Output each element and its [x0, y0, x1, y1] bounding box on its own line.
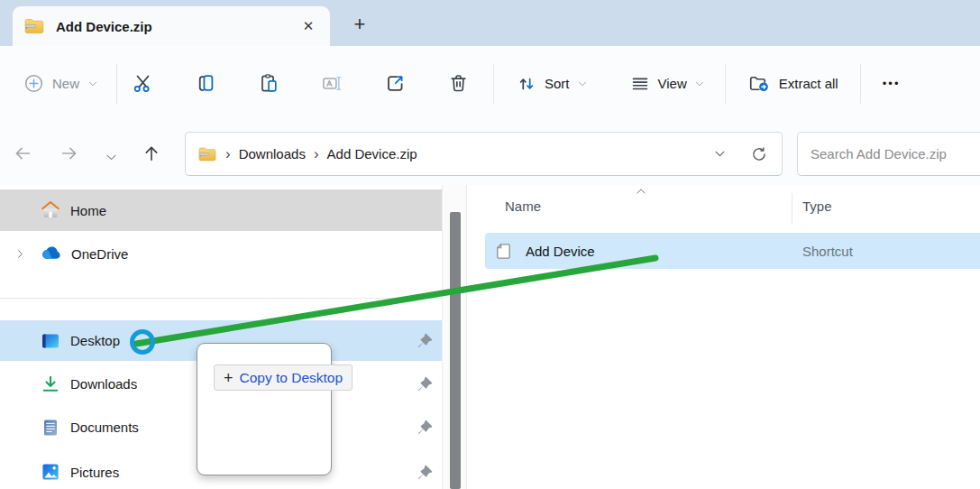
sidebar-item-home[interactable]: Home	[0, 189, 442, 231]
refresh-icon	[750, 145, 768, 163]
tab-title: Add Device.zip	[56, 19, 152, 34]
copy-button[interactable]	[184, 62, 227, 106]
extract-all-button[interactable]: Extract all	[738, 65, 847, 102]
sort-button[interactable]: Sort	[507, 66, 597, 102]
sort-ascending-icon	[635, 185, 647, 198]
sidebar-item-label: OneDrive	[71, 246, 128, 262]
sidebar-divider	[0, 298, 442, 299]
arrow-left-icon	[13, 143, 32, 163]
file-icon	[493, 241, 514, 262]
plus-circle-icon	[23, 73, 44, 94]
file-name: Add Device	[526, 244, 595, 259]
tab-bar: Add Device.zip ✕ +	[0, 0, 980, 46]
toolbar-separator	[493, 64, 494, 104]
toolbar-separator	[116, 64, 117, 104]
column-header-type[interactable]: Type	[802, 198, 832, 214]
toolbar-separator	[725, 64, 726, 104]
rename-icon	[321, 72, 343, 95]
new-button[interactable]: New	[14, 66, 107, 101]
view-lines-icon	[629, 73, 651, 95]
column-separator[interactable]	[792, 193, 792, 224]
arrow-right-icon	[60, 143, 79, 163]
drag-ghost-box	[197, 343, 332, 475]
zip-folder-icon	[197, 144, 217, 164]
sort-arrows-icon	[516, 73, 537, 95]
paste-icon	[258, 72, 280, 95]
copy-icon	[195, 72, 217, 95]
expand-chevron-icon[interactable]	[0, 248, 40, 260]
clipboard-button-group	[121, 62, 480, 106]
pin-icon	[417, 333, 433, 348]
up-button[interactable]	[142, 143, 161, 163]
desktop-icon	[40, 330, 61, 352]
cut-button[interactable]	[121, 62, 164, 106]
rename-button[interactable]	[310, 62, 353, 106]
share-button[interactable]	[373, 62, 417, 106]
pin-icon	[417, 465, 433, 480]
view-button[interactable]: View	[620, 66, 714, 102]
pin-icon	[417, 420, 433, 435]
onedrive-cloud-icon	[40, 243, 62, 265]
arrow-up-icon	[142, 143, 161, 163]
breadcrumb-downloads[interactable]: Downloads	[239, 146, 306, 161]
scrollbar-thumb[interactable]	[450, 212, 461, 489]
back-button[interactable]	[13, 143, 32, 163]
extract-folder-icon	[747, 72, 770, 95]
cut-icon	[132, 72, 154, 95]
zip-folder-icon	[23, 15, 45, 37]
search-input[interactable]	[798, 133, 980, 175]
view-button-label: View	[658, 76, 687, 91]
sidebar-item-label: Desktop	[70, 333, 120, 348]
file-type: Shortcut	[802, 244, 853, 259]
new-tab-button[interactable]: +	[346, 11, 373, 38]
chevron-down-icon	[87, 78, 98, 89]
sort-button-label: Sort	[545, 76, 570, 91]
breadcrumb-separator: ›	[225, 145, 231, 163]
paste-button[interactable]	[247, 62, 290, 106]
file-list-pane: Name Type Add Device Shortcut	[467, 185, 980, 489]
chevron-down-icon	[105, 151, 118, 164]
recent-locations-button[interactable]	[101, 147, 121, 167]
breadcrumb-add-device-zip[interactable]: Add Device.zip	[327, 146, 417, 161]
delete-icon	[447, 72, 470, 95]
command-bar: New Sort	[0, 46, 980, 121]
file-row-add-device[interactable]: Add Device Shortcut	[485, 233, 980, 269]
plus-icon: +	[224, 370, 234, 386]
sidebar-item-label: Downloads	[70, 376, 137, 392]
sidebar-item-label: Documents	[70, 420, 139, 435]
tab-close-icon[interactable]: ✕	[296, 14, 321, 39]
share-icon	[384, 72, 407, 95]
sidebar-scrollbar[interactable]	[442, 185, 467, 489]
address-bar-row: › Downloads › Add Device.zip	[0, 121, 980, 185]
more-options-button[interactable]: •••	[874, 66, 910, 102]
pictures-icon	[40, 461, 61, 483]
sidebar-item-onedrive[interactable]: OneDrive	[0, 233, 442, 274]
tab-add-device-zip[interactable]: Add Device.zip ✕	[13, 6, 330, 46]
new-button-label: New	[52, 76, 79, 91]
search-box	[797, 132, 980, 176]
column-header-name[interactable]: Name	[505, 198, 541, 214]
home-icon	[40, 199, 61, 221]
breadcrumb-separator: ›	[314, 145, 319, 163]
copy-tooltip-label: Copy to Desktop	[240, 370, 343, 386]
refresh-button[interactable]	[746, 141, 773, 168]
address-bar[interactable]: › Downloads › Add Device.zip	[185, 132, 783, 176]
downloads-icon	[40, 374, 61, 395]
chevron-down-icon	[577, 78, 588, 89]
pin-icon	[417, 376, 433, 392]
sidebar-item-label: Pictures	[70, 465, 119, 480]
copy-to-desktop-tooltip: + Copy to Desktop	[214, 364, 353, 391]
chevron-down-icon	[694, 78, 705, 89]
extract-all-label: Extract all	[779, 76, 838, 91]
sidebar-item-label: Home	[70, 203, 106, 218]
chevron-down-icon	[713, 147, 727, 161]
forward-button[interactable]	[60, 143, 79, 163]
documents-icon	[40, 417, 61, 438]
file-explorer-window: Add Device.zip ✕ + New	[0, 0, 980, 489]
delete-button[interactable]	[436, 62, 480, 106]
toolbar-separator	[860, 64, 861, 104]
address-dropdown-button[interactable]	[706, 141, 733, 168]
chevron-right-icon	[14, 248, 26, 260]
